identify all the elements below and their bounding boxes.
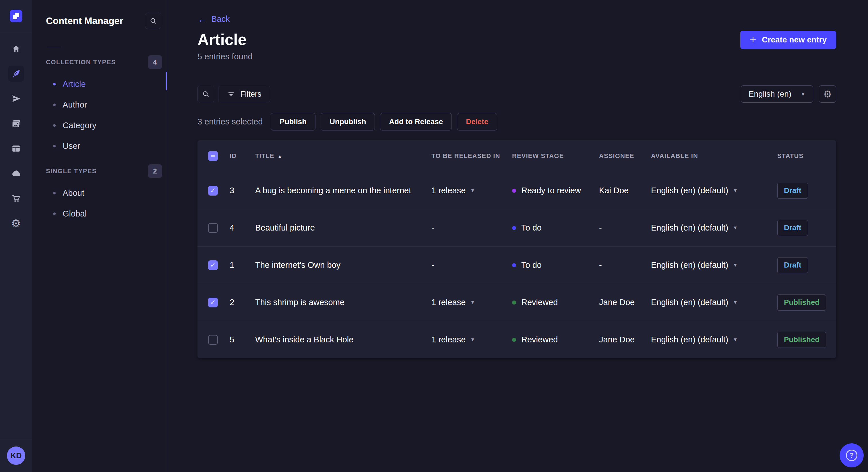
cell-assignee: - <box>599 260 651 270</box>
row-checkbox[interactable] <box>208 223 218 233</box>
cell-to-be-released-in[interactable]: 1 release▼ <box>431 186 512 195</box>
row-checkbox[interactable]: ✓ <box>208 186 218 196</box>
content-type-builder-layout-icon[interactable] <box>8 140 24 157</box>
table-row[interactable]: 4Beautiful picture-To do-English (en) (d… <box>197 209 836 246</box>
chevron-down-icon: ▼ <box>733 188 738 193</box>
search-icon <box>202 90 210 98</box>
main-content: ← Back Article + Create new entry 5 entr… <box>167 0 868 472</box>
chevron-down-icon: ▼ <box>733 337 738 342</box>
cell-status: Published <box>777 295 836 310</box>
unpublish-button[interactable]: Unpublish <box>321 113 375 131</box>
sidebar-item-about[interactable]: About <box>32 183 167 203</box>
cell-available-in[interactable]: English (en) (default)▼ <box>651 223 777 233</box>
sidebar-item-user[interactable]: User <box>32 136 167 156</box>
table-row[interactable]: 5What's inside a Black Hole1 release▼Rev… <box>197 321 836 358</box>
row-checkbox[interactable] <box>208 335 218 345</box>
gear-glyph: ⚙ <box>11 218 21 229</box>
release-value: 1 release <box>431 335 466 344</box>
column-header-title[interactable]: TITLE▲ <box>255 152 431 160</box>
bullet-icon <box>53 83 56 86</box>
media-library-pictures-icon[interactable] <box>8 115 24 132</box>
bullet-icon <box>53 124 56 127</box>
review-stage-dot <box>512 263 516 267</box>
sidebar-item-article[interactable]: Article <box>32 74 167 94</box>
column-header-id[interactable]: ID <box>229 152 255 160</box>
cell-review-stage: To do <box>512 260 599 270</box>
available-in-value: English (en) (default) <box>651 260 728 270</box>
subnav-search-button[interactable] <box>145 12 161 29</box>
main-nav-rail: ⚙ KD <box>0 0 32 472</box>
filters-button[interactable]: Filters <box>218 86 270 102</box>
cell-available-in[interactable]: English (en) (default)▼ <box>651 335 777 344</box>
back-link[interactable]: ← Back <box>197 14 229 24</box>
subnav-items: ArticleAuthorCategoryUser <box>32 74 167 156</box>
subnav-section-count-badge: 2 <box>148 164 162 178</box>
cell-to-be-released-in[interactable]: 1 release▼ <box>431 298 512 307</box>
gear-icon: ⚙ <box>824 89 832 100</box>
cell-id: 2 <box>229 298 255 307</box>
page-title: Article <box>197 31 247 49</box>
column-header-available-in[interactable]: AVAILABLE IN <box>651 152 777 160</box>
question-mark-icon: ? <box>846 450 857 461</box>
delete-button[interactable]: Delete <box>457 113 497 131</box>
cell-available-in[interactable]: English (en) (default)▼ <box>651 260 777 270</box>
column-header-status[interactable]: STATUS <box>777 152 836 160</box>
rail-divider <box>0 32 32 32</box>
view-settings-button[interactable]: ⚙ <box>819 86 836 103</box>
cell-title: Beautiful picture <box>255 223 431 233</box>
subnav-section-label: SINGLE TYPES <box>46 167 97 175</box>
user-avatar[interactable]: KD <box>7 446 25 465</box>
cell-id: 3 <box>229 186 255 195</box>
chevron-down-icon: ▼ <box>470 337 475 342</box>
cell-available-in[interactable]: English (en) (default)▼ <box>651 186 777 195</box>
cell-assignee: Jane Doe <box>599 298 651 307</box>
cell-id: 5 <box>229 335 255 344</box>
active-item-indicator <box>166 72 167 90</box>
column-header-to-be-released-in[interactable]: TO BE RELEASED IN <box>431 152 512 160</box>
subnav-title: Content Manager <box>46 15 123 26</box>
help-button[interactable]: ? <box>840 443 864 467</box>
cell-review-stage: Reviewed <box>512 335 599 344</box>
cell-assignee: Jane Doe <box>599 335 651 344</box>
strapi-logo[interactable] <box>10 10 22 22</box>
review-stage-dot <box>512 301 516 305</box>
cell-status: Draft <box>777 220 836 236</box>
review-stage-label: Reviewed <box>521 335 558 344</box>
table-search-button[interactable] <box>197 86 214 102</box>
publish-button[interactable]: Publish <box>271 113 315 131</box>
add-to-release-button[interactable]: Add to Release <box>380 113 452 131</box>
marketplace-cart-icon[interactable] <box>8 191 24 206</box>
review-stage-label: Reviewed <box>521 298 558 307</box>
column-header-review-stage[interactable]: REVIEW STAGE <box>512 152 599 160</box>
rail-bottom-divider <box>0 440 32 440</box>
review-stage-dot <box>512 189 516 193</box>
table-row[interactable]: ✓3A bug is becoming a meme on the intern… <box>197 172 836 209</box>
locale-select[interactable]: English (en) ▼ <box>741 86 813 103</box>
chevron-down-icon: ▼ <box>733 263 738 268</box>
chevron-down-icon: ▼ <box>733 225 738 230</box>
cell-review-stage: To do <box>512 223 599 233</box>
status-badge: Draft <box>777 183 808 199</box>
cell-to-be-released-in[interactable]: 1 release▼ <box>431 335 512 344</box>
cell-available-in[interactable]: English (en) (default)▼ <box>651 298 777 307</box>
sidebar-item-author[interactable]: Author <box>32 94 167 115</box>
cloud-icon[interactable] <box>8 165 24 181</box>
row-checkbox[interactable]: ✓ <box>208 298 218 307</box>
review-stage-label: Ready to review <box>521 186 581 195</box>
home-icon[interactable] <box>8 41 24 57</box>
table-row[interactable]: ✓2This shrimp is awesome1 release▼Review… <box>197 283 836 321</box>
row-checkbox[interactable]: ✓ <box>208 260 218 270</box>
sidebar-item-global[interactable]: Global <box>32 203 167 224</box>
content-manager-feather-icon[interactable] <box>8 66 24 82</box>
create-new-entry-button[interactable]: + Create new entry <box>740 31 836 49</box>
column-header-assignee[interactable]: ASSIGNEE <box>599 152 651 160</box>
settings-gear-icon[interactable]: ⚙ <box>8 215 24 231</box>
table-row[interactable]: ✓1The internet's Own boy-To do-English (… <box>197 246 836 283</box>
cell-title: The internet's Own boy <box>255 260 431 270</box>
indeterminate-icon <box>211 156 215 157</box>
select-all-checkbox[interactable] <box>208 151 218 161</box>
chevron-down-icon: ▼ <box>801 92 805 97</box>
available-in-value: English (en) (default) <box>651 335 728 344</box>
releases-paper-plane-icon[interactable] <box>8 91 24 107</box>
sidebar-item-category[interactable]: Category <box>32 115 167 136</box>
